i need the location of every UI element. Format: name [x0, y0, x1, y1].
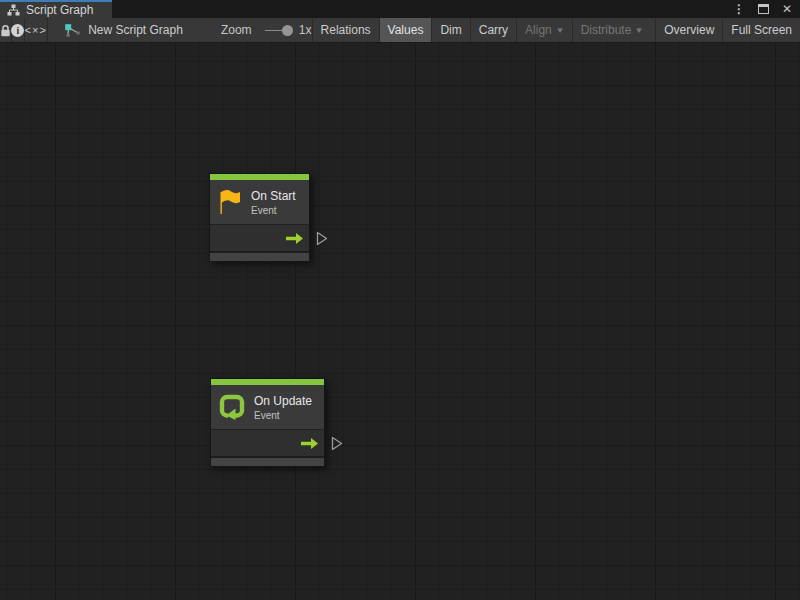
control-output-port[interactable] — [316, 231, 328, 246]
window-menu-icon[interactable]: ⋮ — [733, 3, 745, 15]
new-script-graph-label: New Script Graph — [88, 23, 183, 37]
code-preview-button[interactable]: <×> — [25, 18, 47, 42]
toolbar-button-overview[interactable]: Overview — [655, 18, 722, 42]
graph-canvas[interactable]: On Start Event — [0, 43, 800, 600]
toolbar-toggle-group: Relations Values Dim Carry Align ▼ Distr… — [312, 18, 800, 42]
toolbar-button-carry[interactable]: Carry — [470, 18, 516, 42]
zoom-value: 1x — [299, 18, 312, 42]
info-button[interactable]: i — [11, 18, 24, 42]
node-ports-row — [211, 429, 324, 456]
lock-button[interactable] — [0, 18, 11, 42]
node-on-update[interactable]: On Update Event — [210, 378, 325, 467]
close-icon[interactable]: ✕ — [782, 3, 792, 15]
node-footer — [211, 456, 324, 466]
graph-node-icon — [64, 23, 81, 38]
zoom-slider-thumb[interactable] — [282, 25, 293, 36]
node-title: On Start — [251, 189, 296, 203]
control-output-arrow-icon[interactable] — [300, 437, 319, 450]
chevron-down-icon: ▼ — [555, 26, 565, 35]
node-ports-row — [210, 224, 309, 251]
toolbar-button-distribute[interactable]: Distribute ▼ — [572, 18, 652, 42]
node-on-start[interactable]: On Start Event — [209, 173, 310, 262]
maximize-icon[interactable] — [758, 4, 769, 14]
flag-icon — [218, 188, 242, 216]
graph-toolbar: i <×> New Script Graph Zoom 1x Relations… — [0, 18, 800, 43]
zoom-label: Zoom — [221, 18, 252, 42]
info-icon: i — [11, 24, 24, 37]
loop-icon — [219, 394, 245, 420]
control-output-port[interactable] — [331, 436, 343, 451]
toolbar-button-relations[interactable]: Relations — [312, 18, 379, 42]
tab-script-graph[interactable]: Script Graph — [0, 0, 112, 18]
node-footer — [210, 251, 309, 261]
code-icon: <×> — [25, 24, 47, 36]
node-subtitle: Event — [251, 205, 296, 216]
zoom-slider[interactable] — [265, 18, 290, 42]
toolbar-button-dim[interactable]: Dim — [431, 18, 469, 42]
tab-title: Script Graph — [26, 3, 93, 17]
toolbar-button-full-screen[interactable]: Full Screen — [722, 18, 800, 42]
toolbar-button-align[interactable]: Align ▼ — [516, 18, 572, 42]
script-graph-icon — [7, 4, 20, 16]
chevron-down-icon: ▼ — [635, 26, 645, 35]
node-header: On Update Event — [211, 385, 324, 429]
control-output-arrow-icon[interactable] — [285, 232, 304, 245]
node-title: On Update — [254, 394, 312, 408]
new-script-graph-button[interactable]: New Script Graph — [60, 18, 187, 42]
toolbar-button-values[interactable]: Values — [379, 18, 432, 42]
tab-bar: Script Graph ⋮ ✕ — [0, 0, 800, 18]
node-subtitle: Event — [254, 410, 312, 421]
node-header: On Start Event — [210, 180, 309, 224]
lock-icon — [0, 24, 11, 37]
